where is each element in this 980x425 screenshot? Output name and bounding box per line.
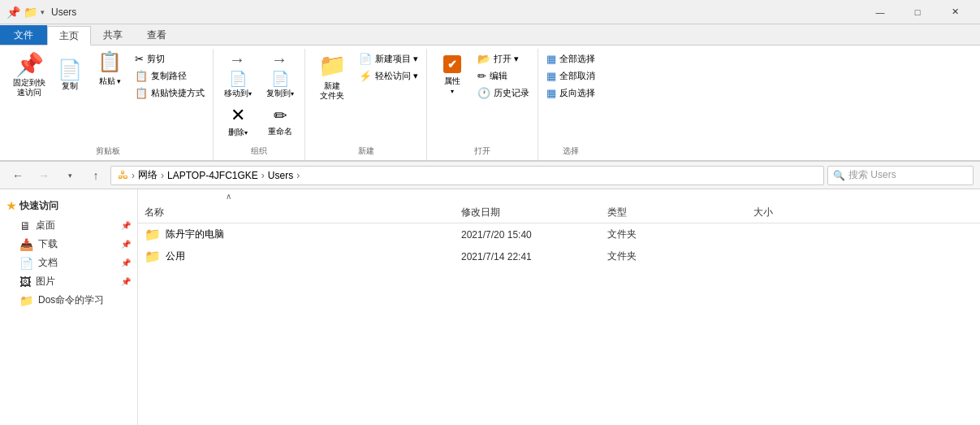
new-item-icon: 📄 xyxy=(359,53,372,65)
back-button[interactable]: ← xyxy=(6,165,29,186)
paste-shortcut-label: 粘贴快捷方式 xyxy=(151,87,205,99)
ribbon: 📌 固定到快速访问 📄 复制 📋 粘贴 ▾ xyxy=(0,46,980,162)
file-list: ∧ 名称 修改日期 类型 大小 📁 陈丹宇的电脑 2021/7/20 15:40… xyxy=(138,189,980,425)
col-header-date[interactable]: 修改日期 xyxy=(461,206,607,219)
down-history-button[interactable]: ▾ xyxy=(58,165,81,186)
paste-shortcut-icon: 📋 xyxy=(135,87,148,99)
sidebar-item-desktop[interactable]: 🖥 桌面 📌 xyxy=(0,216,137,235)
col-header-size[interactable]: 大小 xyxy=(753,206,974,219)
title-bar: 📌 📁 ▾ Users — □ ✕ xyxy=(0,0,980,24)
quick-access-header[interactable]: ★ 快速访问 xyxy=(0,196,137,216)
new-small-buttons: 📄 新建项目 ▾ ⚡ 轻松访问 ▾ xyxy=(356,49,421,84)
search-bar[interactable]: 🔍 搜索 Users xyxy=(827,166,974,185)
maximize-button[interactable]: □ xyxy=(899,0,936,24)
cut-button[interactable]: ✂ 剪切 xyxy=(132,50,208,67)
ribbon-group-organize: →📄 移动到 ▾ →📄 复制到 ▾ xyxy=(214,49,305,160)
edit-button[interactable]: ✏ 编辑 xyxy=(474,67,533,84)
history-label: 历史记录 xyxy=(494,87,529,99)
tab-file[interactable]: 文件 xyxy=(0,25,47,45)
breadcrumb-network: 网络 xyxy=(138,168,158,182)
col-header-type[interactable]: 类型 xyxy=(607,206,753,219)
col-header-name[interactable]: 名称 xyxy=(145,206,461,219)
file-row-2[interactable]: 📁 公用 2021/7/14 22:41 文件夹 xyxy=(138,245,980,267)
pictures-pin-icon: 📌 xyxy=(121,277,131,286)
download-label: 下载 xyxy=(38,237,58,251)
sort-arrow-indicator: ∧ xyxy=(226,192,231,201)
file-row-2-name: 📁 公用 xyxy=(145,249,461,264)
paste-shortcut-button[interactable]: 📋 粘贴快捷方式 xyxy=(132,85,208,101)
folder-icon: 📁 xyxy=(24,6,37,19)
paste-area: 📋 粘贴 ▾ xyxy=(89,49,130,88)
pin-button[interactable]: 📌 固定到快速访问 xyxy=(8,49,50,102)
folder1-label: 陈丹宇的电脑 xyxy=(166,228,224,241)
tab-share[interactable]: 共享 xyxy=(91,25,135,45)
documents-pin-icon: 📌 xyxy=(121,258,131,267)
close-button[interactable]: ✕ xyxy=(936,0,974,24)
breadcrumb-sep2: › xyxy=(161,170,164,181)
quick-access-pin-icon: 📌 xyxy=(6,6,20,19)
ribbon-tabs: 文件 主页 共享 查看 xyxy=(0,24,980,46)
rename-icon: ✏ xyxy=(274,106,287,125)
easy-access-button[interactable]: ⚡ 轻松访问 ▾ xyxy=(356,67,421,84)
forward-button[interactable]: → xyxy=(32,165,55,186)
rename-button[interactable]: ✏ 重命名 xyxy=(261,102,300,141)
paste-button[interactable]: 📋 xyxy=(89,49,130,75)
up-button[interactable]: ↑ xyxy=(84,165,107,186)
open-content: ✔ 属性 ▾ 📂 打开 ▾ ✏ 编辑 🕐 历史记录 xyxy=(432,49,533,144)
copy-button[interactable]: 📄 复制 xyxy=(52,49,88,102)
select-label: 选择 xyxy=(543,144,598,160)
dos-label: Dos命令的学习 xyxy=(38,293,104,307)
window-controls: — □ ✕ xyxy=(861,0,974,24)
copy-to-icon: →📄 xyxy=(271,50,289,88)
file-row-1[interactable]: 📁 陈丹宇的电脑 2021/7/20 15:40 文件夹 xyxy=(138,223,980,245)
move-to-button[interactable]: →📄 移动到 ▾ xyxy=(218,50,257,99)
cut-label: 剪切 xyxy=(147,53,165,65)
sidebar-item-documents[interactable]: 📄 文档 📌 xyxy=(0,254,137,272)
copy-path-icon: 📋 xyxy=(135,70,148,82)
folder2-icon: 📁 xyxy=(145,249,161,264)
minimize-button[interactable]: — xyxy=(861,0,899,24)
clipboard-label: 剪贴板 xyxy=(8,144,208,160)
new-label: 新建 xyxy=(310,144,421,160)
breadcrumb-users: Users xyxy=(268,170,293,181)
select-all-label: 全部选择 xyxy=(559,53,595,65)
select-all-button[interactable]: ▦ 全部选择 xyxy=(543,50,598,67)
dos-folder-icon: 📁 xyxy=(19,294,33,307)
paste-label-row[interactable]: 粘贴 ▾ xyxy=(96,75,124,88)
copy-to-button[interactable]: →📄 复制到 ▾ xyxy=(261,50,300,99)
copy-to-arrow: ▾ xyxy=(291,90,294,98)
sidebar-item-dos[interactable]: 📁 Dos命令的学习 xyxy=(0,291,137,310)
copy-icon: 📄 xyxy=(58,60,82,80)
open-button[interactable]: 📂 打开 ▾ xyxy=(474,50,533,67)
copy-path-button[interactable]: 📋 复制路径 xyxy=(132,67,208,84)
invert-select-button[interactable]: ▦ 反向选择 xyxy=(543,85,598,101)
edit-label: 编辑 xyxy=(490,70,507,82)
organize-label: 组织 xyxy=(218,144,300,160)
select-none-label: 全部取消 xyxy=(559,70,595,82)
quick-access-label: 快速访问 xyxy=(19,199,58,213)
breadcrumb-network-icon: 🖧 xyxy=(118,169,128,181)
tab-home[interactable]: 主页 xyxy=(47,26,91,46)
address-bar[interactable]: 🖧 › 网络 › LAPTOP-4JFC1GKE › Users › xyxy=(110,166,824,185)
pictures-folder-icon: 🖼 xyxy=(19,275,31,288)
sidebar-item-download[interactable]: 📥 下载 📌 xyxy=(0,235,137,254)
sidebar-item-pictures[interactable]: 🖼 图片 📌 xyxy=(0,272,137,291)
ribbon-group-new: 📁 新建文件夹 📄 新建项目 ▾ ⚡ 轻松访问 ▾ 新建 xyxy=(305,49,427,160)
desktop-folder-icon: 🖥 xyxy=(19,219,31,232)
delete-button[interactable]: ✕ 删除 ▾ xyxy=(218,102,257,141)
new-item-button[interactable]: 📄 新建项目 ▾ xyxy=(356,50,421,67)
invert-select-label: 反向选择 xyxy=(559,87,595,99)
new-folder-button[interactable]: 📁 新建文件夹 xyxy=(310,49,354,104)
file-row-1-name: 📁 陈丹宇的电脑 xyxy=(145,227,461,242)
file-row-1-type: 文件夹 xyxy=(607,228,753,241)
open-label: 打开 ▾ xyxy=(494,53,519,65)
breadcrumb-sep1: › xyxy=(132,170,135,181)
search-icon: 🔍 xyxy=(833,170,845,181)
properties-button[interactable]: ✔ 属性 ▾ xyxy=(432,49,473,102)
window-title: Users xyxy=(51,7,76,18)
select-none-button[interactable]: ▦ 全部取消 xyxy=(543,67,598,84)
history-button[interactable]: 🕐 历史记录 xyxy=(474,85,533,101)
tab-view[interactable]: 查看 xyxy=(135,25,179,45)
move-to-label: 移动到 xyxy=(224,88,248,99)
pictures-label: 图片 xyxy=(36,275,55,288)
